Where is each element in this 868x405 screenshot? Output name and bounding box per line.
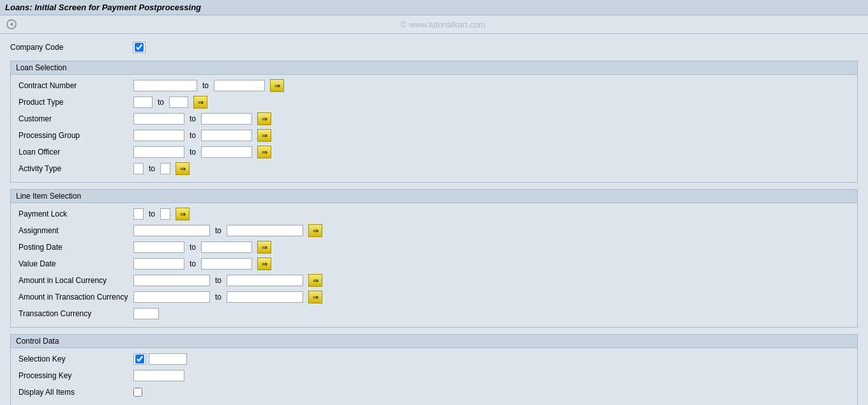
value-date-label: Value Date [19,259,133,268]
loan-officer-label: Loan Officer [19,148,133,157]
processing-group-from[interactable] [133,130,184,141]
assignment-to-label: to [215,226,221,235]
amount-local-currency-from[interactable] [133,275,210,286]
contract-number-to-label: to [202,81,209,90]
display-all-items-checkbox[interactable] [133,388,142,397]
contract-number-from[interactable] [133,80,197,91]
control-data-header: Control Data [11,335,857,348]
customer-from[interactable] [133,113,184,125]
loan-officer-row: Loan Officer to [19,145,849,159]
selection-key-label: Selection Key [19,355,133,363]
value-date-from[interactable] [133,258,184,270]
activity-type-arrow[interactable] [176,162,190,175]
contract-number-to[interactable] [214,80,265,91]
amount-local-currency-label: Amount in Local Currency [19,276,133,285]
amount-local-currency-inputs: to [133,274,322,287]
display-all-items-row: Display All Items [19,385,849,399]
display-all-items-inputs [133,388,142,397]
payment-lock-to-label: to [149,210,155,218]
processing-key-row: Processing Key [19,369,849,383]
payment-lock-to[interactable] [160,208,170,220]
customer-inputs: to [133,112,271,125]
loan-officer-inputs: to [133,146,271,158]
processing-key-input[interactable] [133,370,184,381]
payment-lock-label: Payment Lock [19,210,133,218]
display-all-items-label: Display All Items [19,388,133,397]
assignment-to[interactable] [227,225,303,236]
posting-date-row: Posting Date to [19,240,849,254]
activity-type-label: Activity Type [19,164,133,173]
transaction-currency-inputs [133,308,159,319]
activity-type-row: Activity Type to [19,162,849,176]
payment-lock-from[interactable] [133,208,144,220]
value-date-to[interactable] [201,258,252,270]
product-type-from[interactable] [133,96,153,108]
product-type-to-label: to [158,98,164,107]
amount-transaction-currency-to-label: to [215,293,221,302]
line-item-selection-section: Line Item Selection Payment Lock to Assi… [10,189,858,328]
processing-group-label: Processing Group [19,131,133,140]
amount-transaction-currency-arrow[interactable] [308,291,322,303]
amount-transaction-currency-row: Amount in Transaction Currency to [19,290,849,304]
company-code-checkbox[interactable] [133,42,146,53]
payment-lock-inputs: to [133,208,190,220]
amount-transaction-currency-label: Amount in Transaction Currency [19,293,133,302]
product-type-inputs: to [133,96,207,109]
customer-label: Customer [19,114,133,123]
customer-arrow[interactable] [257,112,271,125]
assignment-arrow[interactable] [308,224,322,237]
loan-officer-to-label: to [190,148,196,157]
contract-number-row: Contract Number to [19,79,849,93]
processing-group-to[interactable] [201,130,252,141]
line-item-selection-header: Line Item Selection [11,190,857,203]
processing-group-arrow[interactable] [257,129,271,142]
product-type-label: Product Type [19,98,133,107]
line-item-selection-body: Payment Lock to Assignment to [11,203,857,327]
payment-lock-arrow[interactable] [176,208,190,220]
posting-date-to-label: to [190,243,196,252]
loan-officer-from[interactable] [133,146,184,158]
selection-key-input[interactable] [149,353,187,365]
activity-type-inputs: to [133,162,190,175]
loan-officer-to[interactable] [201,146,252,158]
processing-group-inputs: to [133,129,271,142]
amount-transaction-currency-inputs: to [133,291,322,303]
processing-group-row: Processing Group to [19,128,849,142]
contract-number-label: Contract Number [19,81,133,90]
product-type-row: Product Type to [19,95,849,109]
customer-to[interactable] [201,113,252,125]
contract-number-arrow[interactable] [270,79,284,92]
amount-transaction-currency-to[interactable] [227,291,303,303]
control-data-body: Selection Key Processing Key Display All… [11,348,857,405]
loan-officer-arrow[interactable] [257,146,271,158]
posting-date-arrow[interactable] [257,241,271,254]
activity-type-from[interactable] [133,163,144,174]
company-code-row: Company Code [10,42,858,53]
transaction-currency-from[interactable] [133,308,159,319]
amount-transaction-currency-from[interactable] [133,291,210,303]
amount-local-currency-arrow[interactable] [308,274,322,287]
selection-key-row: Selection Key [19,352,849,366]
posting-date-label: Posting Date [19,243,133,252]
payment-lock-row: Payment Lock to [19,207,849,221]
value-date-inputs: to [133,257,271,270]
posting-date-to[interactable] [201,241,252,253]
control-data-section: Control Data Selection Key Processing Ke… [10,334,858,405]
processing-key-label: Processing Key [19,371,133,380]
selection-key-inputs [133,353,187,365]
value-date-to-label: to [190,259,196,268]
value-date-arrow[interactable] [257,257,271,270]
amount-local-currency-to[interactable] [227,275,303,286]
assignment-from[interactable] [133,225,210,236]
back-icon[interactable] [5,18,18,31]
product-type-arrow[interactable] [193,96,207,109]
activity-type-to[interactable] [160,163,170,174]
loan-selection-section: Loan Selection Contract Number to Produc… [10,61,858,183]
selection-key-checkbox[interactable] [135,355,144,363]
company-code-checkbox-input[interactable] [135,43,144,52]
loan-selection-header: Loan Selection [11,61,857,75]
posting-date-from[interactable] [133,241,184,253]
contract-number-inputs: to [133,79,284,92]
transaction-currency-row: Transaction Currency [19,307,849,321]
product-type-to[interactable] [169,96,188,108]
